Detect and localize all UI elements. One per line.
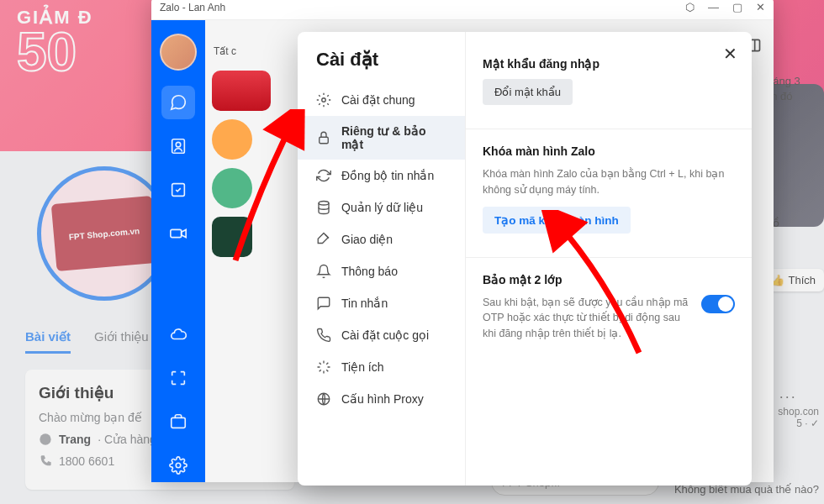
- nav-data-label: Quản lý dữ liệu: [341, 201, 423, 214]
- nav-sync-label: Đồng bộ tin nhắn: [341, 169, 434, 182]
- password-title: Mật khẩu đăng nhập: [483, 57, 735, 71]
- divider: [466, 257, 752, 258]
- svg-point-6: [176, 463, 181, 468]
- close-window-icon[interactable]: ✕: [756, 1, 765, 13]
- brush-icon: [316, 232, 331, 247]
- twofa-desc: Sau khi bật, bạn sẽ được yêu cầu nhập mã…: [483, 295, 691, 342]
- section-2fa: Bảo mật 2 lớp Sau khi bật, bạn sẽ được y…: [483, 273, 735, 350]
- section-lockscreen: Khóa màn hình Zalo Khóa màn hình Zalo củ…: [483, 144, 735, 234]
- bell-icon: [316, 264, 331, 279]
- filter-all-label[interactable]: Tất c: [214, 45, 236, 57]
- nav-theme[interactable]: Giao diện: [298, 223, 465, 255]
- nav-util-label: Tiện ích: [341, 360, 384, 374]
- settings-content: ✕ Mật khẩu đăng nhập Đổi mật khẩu Khóa m…: [466, 32, 752, 486]
- database-icon: [316, 200, 331, 215]
- message-icon: [316, 296, 331, 311]
- zalo-sidebar: [151, 20, 205, 482]
- nav-call-label: Cài đặt cuộc gọi: [341, 328, 429, 342]
- nav-proxy-label: Cấu hình Proxy: [341, 392, 424, 406]
- lockscreen-desc: Khóa màn hình Zalo của bạn bằng Ctrl + L…: [483, 166, 735, 198]
- nav-notif-label: Thông báo: [341, 265, 398, 278]
- maximize-icon[interactable]: ▢: [732, 1, 742, 13]
- sync-icon: [316, 168, 331, 183]
- chat-thumbnail-1[interactable]: [212, 71, 271, 111]
- twofa-toggle[interactable]: [701, 295, 735, 313]
- divider: [466, 129, 752, 129]
- svg-rect-5: [172, 417, 186, 428]
- capture-icon[interactable]: [161, 361, 195, 395]
- cloud-icon[interactable]: [161, 318, 195, 351]
- user-avatar[interactable]: [160, 34, 197, 71]
- lock-titlebar-icon[interactable]: ⬡: [685, 1, 695, 13]
- proxy-icon: [316, 391, 331, 407]
- svg-point-10: [322, 98, 326, 102]
- create-lock-code-button[interactable]: Tạo mã khóa màn hình: [483, 207, 631, 234]
- settings-modal: Cài đặt Cài đặt chung Riêng tư & bảo mật…: [298, 32, 752, 486]
- lockscreen-title: Khóa màn hình Zalo: [483, 144, 735, 158]
- nav-proxy[interactable]: Cấu hình Proxy: [298, 383, 465, 415]
- nav-general[interactable]: Cài đặt chung: [298, 84, 465, 116]
- svg-rect-11: [320, 137, 329, 144]
- chat-thumbnail-4[interactable]: [212, 217, 252, 257]
- nav-general-label: Cài đặt chung: [341, 93, 415, 107]
- nav-msg-label: Tin nhắn: [341, 297, 388, 310]
- sparkle-icon: [316, 360, 331, 375]
- nav-privacy-label: Riêng tư & bảo mật: [341, 124, 446, 151]
- nav-util[interactable]: Tiện ích: [298, 351, 465, 383]
- nav-privacy[interactable]: Riêng tư & bảo mật: [298, 116, 465, 160]
- nav-data[interactable]: Quản lý dữ liệu: [298, 192, 465, 223]
- gear-icon: [316, 92, 331, 108]
- chat-thumbnail-3[interactable]: [212, 168, 252, 208]
- lock-icon: [316, 130, 331, 145]
- svg-point-12: [319, 202, 329, 206]
- section-password: Mật khẩu đăng nhập Đổi mật khẩu: [483, 57, 735, 105]
- settings-nav: Cài đặt Cài đặt chung Riêng tư & bảo mật…: [298, 32, 466, 486]
- settings-icon[interactable]: [161, 449, 195, 482]
- window-title: Zalo - Lan Anh: [160, 2, 225, 13]
- briefcase-icon[interactable]: [161, 405, 195, 438]
- zalo-window: Zalo - Lan Anh ⬡ — ▢ ✕ Tất c: [151, 0, 774, 482]
- window-titlebar: Zalo - Lan Anh ⬡ — ▢ ✕: [151, 0, 774, 20]
- chat-icon[interactable]: [161, 86, 195, 119]
- nav-msg[interactable]: Tin nhắn: [298, 287, 465, 319]
- twofa-title: Bảo mật 2 lớp: [483, 273, 735, 286]
- zalo-main-area: Tất c Cài đặt Cài đặt chung: [205, 20, 774, 482]
- video-icon[interactable]: [161, 217, 195, 250]
- svg-point-2: [176, 142, 181, 147]
- todo-icon[interactable]: [161, 173, 195, 207]
- close-icon[interactable]: ✕: [720, 44, 740, 64]
- chat-thumbnail-2[interactable]: [212, 119, 252, 160]
- settings-title: Cài đặt: [298, 49, 465, 84]
- nav-notif[interactable]: Thông báo: [298, 255, 465, 287]
- nav-call[interactable]: Cài đặt cuộc gọi: [298, 319, 465, 351]
- nav-theme-label: Giao diện: [341, 233, 393, 246]
- minimize-icon[interactable]: —: [708, 1, 719, 13]
- nav-sync[interactable]: Đồng bộ tin nhắn: [298, 160, 465, 192]
- change-password-button[interactable]: Đổi mật khẩu: [483, 79, 573, 105]
- svg-rect-4: [171, 229, 182, 237]
- phone-icon: [316, 328, 331, 343]
- contacts-icon[interactable]: [161, 129, 195, 163]
